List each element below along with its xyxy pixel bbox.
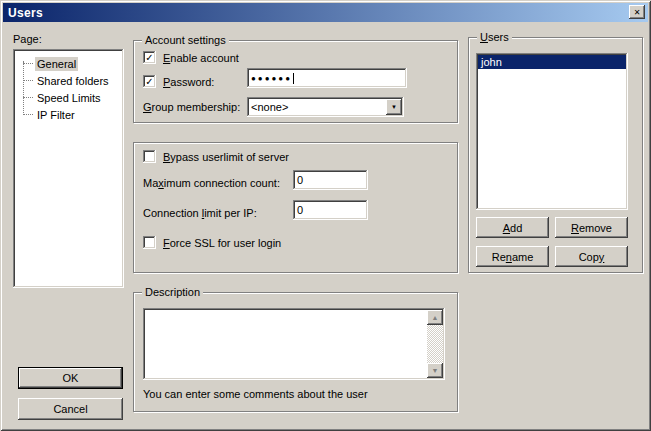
close-button[interactable]: ✕ xyxy=(629,5,645,19)
tree-item-ip-filter[interactable]: IP Filter xyxy=(15,106,122,123)
enable-account-checkbox[interactable]: ✓ xyxy=(143,51,156,64)
account-settings-title: Account settings xyxy=(142,34,229,46)
tree-item-label[interactable]: Shared folders xyxy=(35,74,111,88)
max-connection-count-label: Maximum connection count: xyxy=(143,177,280,190)
connection-limit-per-ip-input[interactable]: 0 xyxy=(293,200,368,220)
password-masked-value: ●●●●●● xyxy=(251,74,292,83)
tree-item-shared-folders[interactable]: Shared folders xyxy=(15,72,122,89)
group-membership-value: <none> xyxy=(251,101,288,113)
max-connection-count-value: 0 xyxy=(297,174,303,186)
description-textarea[interactable]: ▲ ▼ xyxy=(143,308,445,380)
combo-dropdown-button[interactable]: ▼ xyxy=(386,99,402,115)
group-membership-select[interactable]: <none> ▼ xyxy=(247,97,404,117)
users-group-title: Users xyxy=(477,31,512,43)
tree-item-label[interactable]: IP Filter xyxy=(35,108,77,122)
close-icon: ✕ xyxy=(634,8,641,17)
enable-account-label: Enable account xyxy=(163,52,239,64)
user-list-item[interactable]: john xyxy=(478,55,626,69)
ok-button[interactable]: OK xyxy=(18,367,123,389)
password-input[interactable]: ●●●●●● xyxy=(247,68,407,88)
add-button[interactable]: Add xyxy=(476,217,549,238)
chevron-down-icon: ▼ xyxy=(391,104,397,110)
connection-limit-per-ip-label: Connection limit per IP: xyxy=(143,207,257,220)
page-label: Page: xyxy=(13,33,42,46)
tree-item-general[interactable]: General xyxy=(15,55,122,72)
check-icon: ✓ xyxy=(145,76,153,87)
tree-item-label[interactable]: Speed Limits xyxy=(35,91,103,105)
scroll-up-button[interactable]: ▲ xyxy=(427,310,443,325)
force-ssl-checkbox-row[interactable]: Force SSL for user login xyxy=(143,236,281,249)
password-checkbox[interactable]: ✓ xyxy=(143,75,156,88)
cancel-button[interactable]: Cancel xyxy=(18,398,123,420)
page-tree[interactable]: General Shared folders Speed Limits IP F… xyxy=(13,49,124,288)
description-hint: You can enter some comments about the us… xyxy=(143,388,368,401)
max-connection-count-input[interactable]: 0 xyxy=(293,170,368,190)
group-membership-label: Group membership: xyxy=(143,101,240,114)
bypass-userlimit-label: Bypass userlimit of server xyxy=(163,151,289,163)
check-icon: ✓ xyxy=(145,52,153,63)
tree-branch-icon xyxy=(23,63,33,64)
titlebar[interactable]: Users xyxy=(3,3,648,22)
text-caret xyxy=(293,73,294,84)
connection-limit-per-ip-value: 0 xyxy=(297,204,303,216)
description-text[interactable] xyxy=(145,310,427,378)
enable-account-checkbox-row[interactable]: ✓ Enable account xyxy=(143,51,239,64)
bypass-userlimit-checkbox[interactable] xyxy=(143,150,156,163)
window-title: Users xyxy=(8,6,43,20)
scroll-down-button[interactable]: ▼ xyxy=(427,363,443,378)
force-ssl-checkbox[interactable] xyxy=(143,236,156,249)
copy-button[interactable]: Copy xyxy=(555,246,628,267)
password-label: Password: xyxy=(163,76,214,88)
rename-button[interactable]: Rename xyxy=(476,246,549,267)
scroll-up-icon: ▲ xyxy=(432,314,439,321)
tree-branch-icon xyxy=(23,80,33,81)
users-dialog: Users ✕ Page: General Shared folders Spe… xyxy=(0,0,651,431)
description-title: Description xyxy=(142,286,203,298)
scroll-down-icon: ▼ xyxy=(432,367,439,374)
users-listbox[interactable]: john xyxy=(476,53,628,210)
tree-branch-icon xyxy=(23,114,33,115)
description-scrollbar[interactable]: ▲ ▼ xyxy=(427,310,443,378)
bypass-userlimit-checkbox-row[interactable]: Bypass userlimit of server xyxy=(143,150,289,163)
password-checkbox-row[interactable]: ✓ Password: xyxy=(143,75,214,88)
force-ssl-label: Force SSL for user login xyxy=(163,237,281,249)
remove-button[interactable]: Remove xyxy=(555,217,628,238)
tree-item-label[interactable]: General xyxy=(35,57,78,71)
tree-item-speed-limits[interactable]: Speed Limits xyxy=(15,89,122,106)
tree-branch-icon xyxy=(23,97,33,98)
